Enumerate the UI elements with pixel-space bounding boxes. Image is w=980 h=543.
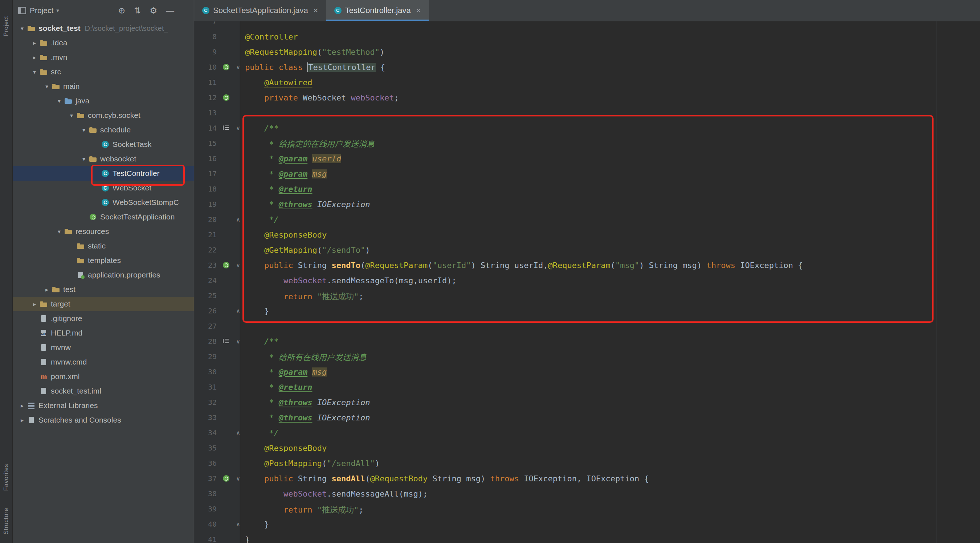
tree-item-scratches-and-consoles[interactable]: ▸Scratches and Consoles [12, 413, 194, 427]
line-number[interactable]: 10 [194, 63, 220, 71]
line-number[interactable]: 33 [194, 413, 220, 422]
javadoc-gutter-icon[interactable] [223, 125, 229, 130]
tree-item-pom-xml[interactable]: pom.xml [12, 369, 194, 384]
fold-down-icon[interactable]: ∨ [233, 64, 243, 71]
fold-up-icon[interactable]: ∧ [233, 521, 243, 528]
hide-icon[interactable]: — [166, 6, 174, 15]
line-number[interactable]: 35 [194, 444, 220, 452]
expand-right-icon[interactable]: ▸ [30, 54, 39, 61]
tree-item-help-md[interactable]: HELP.md [12, 326, 194, 340]
collapse-all-icon[interactable]: ⇅ [134, 6, 141, 15]
tree-item-idea[interactable]: ▸.idea [12, 35, 194, 50]
line-number[interactable]: 30 [194, 367, 220, 376]
tree-item-testcontroller[interactable]: TestController [12, 166, 194, 181]
expand-right-icon[interactable]: ▸ [30, 40, 39, 46]
line-number[interactable]: 26 [194, 306, 220, 315]
line-number[interactable]: 23 [194, 261, 220, 270]
line-number[interactable]: 20 [194, 215, 220, 224]
tree-item-static[interactable]: static [12, 239, 194, 253]
expand-down-icon[interactable]: ▾ [42, 83, 51, 90]
line-number[interactable]: 12 [194, 93, 220, 102]
line-number[interactable]: 17 [194, 169, 220, 178]
line-number[interactable]: 15 [194, 139, 220, 148]
line-number[interactable]: 28 [194, 337, 220, 346]
editor-tab-sockettestapplication-java[interactable]: CSocketTestApplication.java× [194, 0, 326, 21]
tree-item-sockettestapplication[interactable]: SocketTestApplication [12, 210, 194, 224]
tree-item-websocketstompc[interactable]: WebSocketStompC [12, 195, 194, 210]
line-number[interactable]: 11 [194, 78, 220, 87]
settings-icon[interactable]: ⚙ [150, 6, 157, 15]
expand-right-icon[interactable]: ▸ [18, 402, 27, 409]
fold-up-icon[interactable]: ∧ [233, 307, 243, 314]
line-number[interactable]: 24 [194, 276, 220, 285]
expand-right-icon[interactable]: ▸ [18, 417, 27, 424]
line-number[interactable]: 16 [194, 154, 220, 163]
line-number[interactable]: 40 [194, 520, 220, 529]
expand-right-icon[interactable]: ▸ [30, 301, 39, 308]
line-number[interactable]: 21 [194, 230, 220, 239]
javadoc-gutter-icon[interactable] [223, 339, 229, 344]
expand-down-icon[interactable]: ▾ [54, 98, 64, 105]
line-number[interactable]: 31 [194, 383, 220, 391]
tree-item-java[interactable]: ▾java [12, 94, 194, 108]
tree-item-templates[interactable]: templates [12, 253, 194, 268]
expand-right-icon[interactable]: ▸ [42, 286, 51, 293]
expand-down-icon[interactable]: ▾ [67, 112, 76, 119]
tree-item-websocket[interactable]: WebSocket [12, 181, 194, 195]
code-editor[interactable]: 78@Controller9@RequestMapping("testMetho… [194, 0, 980, 543]
project-view-dropdown[interactable]: Project ▾ [30, 6, 59, 15]
tool-stripe-project-button[interactable]: Project [3, 16, 10, 36]
tool-stripe-structure-button[interactable]: Structure [3, 508, 10, 534]
tree-item-mvnw[interactable]: mvnw [12, 340, 194, 355]
tree-item-gitignore[interactable]: .gitignore [12, 311, 194, 326]
fold-up-icon[interactable]: ∧ [233, 429, 243, 437]
expand-down-icon[interactable]: ▾ [18, 25, 27, 32]
spring-bean-gutter-icon[interactable] [223, 94, 229, 101]
fold-down-icon[interactable]: ∨ [233, 262, 243, 269]
line-number[interactable]: 39 [194, 505, 220, 513]
line-number[interactable]: 9 [194, 48, 220, 56]
line-number[interactable]: 8 [194, 32, 220, 41]
fold-down-icon[interactable]: ∨ [233, 338, 243, 345]
line-number[interactable]: 41 [194, 535, 220, 543]
tree-item-sockettask[interactable]: SocketTask [12, 137, 194, 152]
spring-bean-gutter-icon[interactable] [223, 475, 229, 482]
tree-item-main[interactable]: ▾main [12, 79, 194, 94]
line-number[interactable]: 36 [194, 459, 220, 468]
tree-item-application-properties[interactable]: application.properties [12, 268, 194, 282]
tree-item-external-libraries[interactable]: ▸External Libraries [12, 398, 194, 413]
spring-bean-gutter-icon[interactable] [223, 262, 229, 268]
locate-icon[interactable]: ⊕ [118, 6, 125, 15]
tree-item-mvnw-cmd[interactable]: mvnw.cmd [12, 355, 194, 369]
line-number[interactable]: 14 [194, 124, 220, 132]
tree-item-src[interactable]: ▾src [12, 65, 194, 79]
tree-item-socket-test[interactable]: ▾socket_testD:\socket_project\socket_ [12, 21, 194, 35]
expand-down-icon[interactable]: ▾ [30, 68, 39, 75]
editor-tab-testcontroller-java[interactable]: CTestController.java× [326, 0, 429, 21]
expand-down-icon[interactable]: ▾ [54, 228, 64, 235]
tree-item-socket-test-iml[interactable]: socket_test.iml [12, 384, 194, 398]
expand-down-icon[interactable]: ▾ [79, 127, 89, 133]
line-number[interactable]: 29 [194, 352, 220, 361]
line-number[interactable]: 37 [194, 474, 220, 483]
line-number[interactable]: 18 [194, 185, 220, 193]
line-number[interactable]: 38 [194, 489, 220, 498]
line-number[interactable]: 25 [194, 291, 220, 300]
fold-down-icon[interactable]: ∨ [233, 475, 243, 482]
close-tab-icon[interactable]: × [416, 6, 421, 15]
line-number[interactable]: 27 [194, 322, 220, 330]
line-number[interactable]: 22 [194, 246, 220, 254]
line-number[interactable]: 34 [194, 429, 220, 437]
tree-item-com-cyb-socket[interactable]: ▾com.cyb.socket [12, 108, 194, 122]
spring-bean-gutter-icon[interactable] [223, 64, 229, 70]
tree-item-target[interactable]: ▸target [12, 297, 194, 311]
tree-item-websocket[interactable]: ▾websocket [12, 152, 194, 166]
tree-item-resources[interactable]: ▾resources [12, 224, 194, 239]
tree-item-mvn[interactable]: ▸.mvn [12, 50, 194, 65]
tool-stripe-favorites-button[interactable]: Favorites [3, 464, 10, 491]
expand-down-icon[interactable]: ▾ [79, 156, 89, 162]
line-number[interactable]: 19 [194, 200, 220, 208]
tree-item-schedule[interactable]: ▾schedule [12, 122, 194, 137]
fold-up-icon[interactable]: ∧ [233, 216, 243, 223]
line-number[interactable]: 13 [194, 108, 220, 117]
